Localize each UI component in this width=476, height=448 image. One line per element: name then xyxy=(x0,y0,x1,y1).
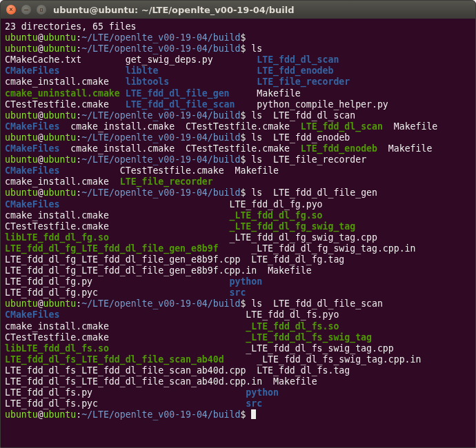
prompt-line: ubuntu@ubuntu:~/LTE/openlte_v00-19-04/bu… xyxy=(5,409,256,420)
prompt-line: ubuntu@ubuntu:~/LTE/openlte_v00-19-04/bu… xyxy=(5,132,350,143)
prompt-line: ubuntu@ubuntu:~/LTE/openlte_v00-19-04/bu… xyxy=(5,43,262,54)
ls-output: CTestTestfile.cmake _LTE_fdd_dl_fg_swig_… xyxy=(5,221,355,232)
ls-output: LTE_fdd_dl_fg_LTE_fdd_dl_file_gen_e8b9f.… xyxy=(5,254,344,265)
prompt-line: ubuntu@ubuntu:~/LTE/openlte_v00-19-04/bu… xyxy=(5,298,383,309)
ls-output: cmake_install.cmake LTE_file_recorder xyxy=(5,176,213,187)
ls-output: libLTE_fdd_dl_fg.so _LTE_fdd_dl_fg_swig_… xyxy=(5,232,377,243)
ls-output: cmake_install.cmake libtools LTE_file_re… xyxy=(5,77,350,87)
window-controls: × – ▫ xyxy=(6,5,46,14)
ls-output: LTE_fdd_dl_fs_LTE_fdd_dl_file_scan_ab40d… xyxy=(5,376,317,387)
prompt-line: ubuntu@ubuntu:~/LTE/openlte_v00-19-04/bu… xyxy=(5,32,246,43)
ls-output: libLTE_fdd_dl_fs.so _LTE_fdd_dl_fs_swig_… xyxy=(5,343,394,354)
ls-output: CMakeCache.txt get_swig_deps.py LTE_fdd_… xyxy=(5,54,339,65)
ls-output: LTE_fdd_dl_fs.pyc src xyxy=(5,398,262,409)
ls-output: LTE_fdd_dl_fs.py python xyxy=(5,387,279,398)
cursor xyxy=(251,409,256,419)
ls-output: LTE_fdd_dl_fg.pyc src xyxy=(5,287,246,298)
ls-output: CTestTestfile.cmake LTE_fdd_dl_file_scan… xyxy=(5,99,388,110)
minimize-button[interactable]: – xyxy=(21,5,31,14)
ls-output: LTE_fdd_dl_fg_LTE_fdd_dl_file_gen_e8b9f … xyxy=(5,243,415,254)
ls-output: LTE_fdd_dl_fg_LTE_fdd_dl_file_gen_e8b9f.… xyxy=(5,265,312,276)
output-line: 23 directories, 65 files xyxy=(5,21,137,32)
titlebar[interactable]: × – ▫ ubuntu@ubuntu: ~/LTE/openlte_v00-1… xyxy=(1,1,475,19)
prompt-line: ubuntu@ubuntu:~/LTE/openlte_v00-19-04/bu… xyxy=(5,154,366,165)
ls-output: LTE_fdd_dl_fg.py python xyxy=(5,276,262,287)
ls-output: LTE_fdd_dl_fs_LTE_fdd_dl_file_scan_ab40d… xyxy=(5,354,421,365)
ls-output: LTE_fdd_dl_fs_LTE_fdd_dl_file_scan_ab40d… xyxy=(5,365,350,376)
prompt-line: ubuntu@ubuntu:~/LTE/openlte_v00-19-04/bu… xyxy=(5,110,355,121)
ls-output: CMakeFiles cmake_install.cmake CTestTest… xyxy=(5,121,437,132)
ls-output: CMakeFiles LTE_fdd_dl_fg.pyo xyxy=(5,199,323,210)
ls-output: CTestTestfile.cmake _LTE_fdd_dl_fs_swig_… xyxy=(5,332,372,343)
close-button[interactable]: × xyxy=(6,5,16,14)
prompt-line: ubuntu@ubuntu:~/LTE/openlte_v00-19-04/bu… xyxy=(5,187,377,198)
ls-output: cmake_install.cmake _LTE_fdd_dl_fs.so xyxy=(5,321,339,332)
ls-output: CMakeFiles CTestTestfile.cmake Makefile xyxy=(5,165,279,176)
terminal-window: × – ▫ ubuntu@ubuntu: ~/LTE/openlte_v00-1… xyxy=(0,0,476,448)
ls-output: cmake_uninstall.cmake LTE_fdd_dl_file_ge… xyxy=(5,88,301,99)
maximize-button[interactable]: ▫ xyxy=(37,5,46,14)
ls-output: CMakeFiles LTE_fdd_dl_fs.pyo xyxy=(5,309,339,320)
ls-output: CMakeFiles liblte LTE_fdd_enodeb xyxy=(5,65,333,76)
ls-output: CMakeFiles cmake_install.cmake CTestTest… xyxy=(5,143,432,154)
terminal-content[interactable]: 23 directories, 65 files ubuntu@ubuntu:~… xyxy=(1,19,475,447)
window-title: ubuntu@ubuntu: ~/LTE/openlte_v00-19-04/b… xyxy=(53,5,294,15)
ls-output: cmake_install.cmake _LTE_fdd_dl_fg.so xyxy=(5,210,323,221)
